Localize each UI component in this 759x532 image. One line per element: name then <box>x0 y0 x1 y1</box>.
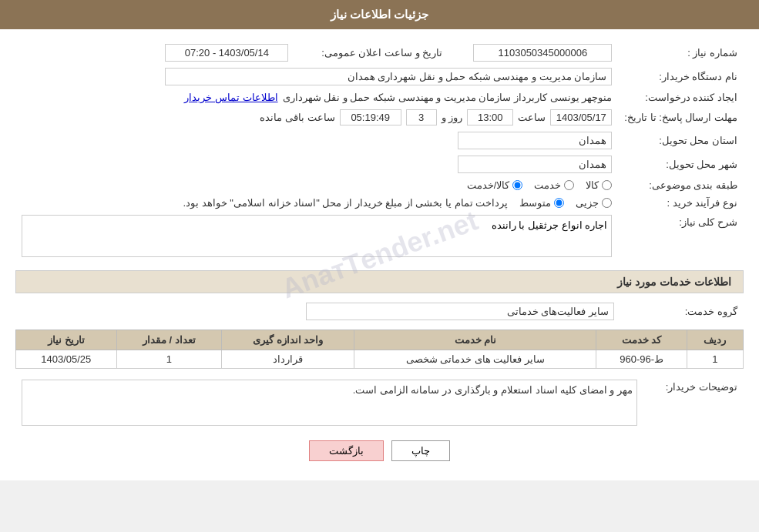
process-motavasset-option[interactable]: متوسط <box>519 197 564 209</box>
city-value: همدان <box>458 156 612 173</box>
notes-content: مهر و امضای کلیه اسناد استعلام و بارگذار… <box>22 380 637 426</box>
category-khadamat-option[interactable]: خدمت <box>534 179 574 191</box>
table-cell-qty: 1 <box>116 350 222 369</box>
table-cell-unit: قرارداد <box>222 350 354 369</box>
deadline-time-label: ساعت <box>518 112 546 123</box>
sharh-textarea[interactable]: اجاره انواع جرثقیل با راننده <box>22 215 612 257</box>
deadline-day-label: روز و <box>442 112 463 123</box>
services-section-header: اطلاعات خدمات مورد نیاز <box>15 270 744 293</box>
buyer-label: نام دستگاه خریدار: <box>618 65 744 89</box>
sharh-label: شرح کلی نیاز: <box>618 212 744 263</box>
creator-contact-link[interactable]: اطلاعات تماس خریدار <box>184 92 277 103</box>
deadline-days-value: 3 <box>406 109 437 125</box>
province-label: استان محل تحویل: <box>618 129 744 152</box>
deadline-time-value: 13:00 <box>467 109 513 125</box>
page-title: جزئیات اطلاعات نیاز <box>0 0 759 29</box>
need-number-label: شماره نیاز : <box>618 41 744 65</box>
table-row: 1ط-96-960سایر فعالیت های خدماتی شخصیقرار… <box>16 350 744 369</box>
category-kala-khadamat-option[interactable]: کالا/خدمت <box>467 179 523 191</box>
group-label: گروه خدمت: <box>620 299 744 323</box>
process-motavasset-label: متوسط <box>519 197 551 209</box>
deadline-date-value: 1403/05/17 <box>550 109 612 125</box>
table-cell-date: 1403/05/25 <box>16 350 117 369</box>
table-cell-code: ط-96-960 <box>596 350 687 369</box>
need-number-value: 1103050345000006 <box>473 44 612 62</box>
announcement-date-label: تاریخ و ساعت اعلان عمومی: <box>294 41 448 65</box>
col-header-name: نام خدمت <box>354 330 596 350</box>
creator-value: منوچهر یونسی کاربرداز سازمان مدیریت و مه… <box>283 92 613 103</box>
deadline-label: مهلت ارسال پاسخ: تا تاریخ: <box>618 106 744 129</box>
deadline-remaining-value: 05:19:49 <box>340 109 401 125</box>
process-label: نوع فرآیند خرید : <box>618 194 744 212</box>
process-desc: پرداخت تمام یا بخشی از مبلغ خریدار از مح… <box>183 197 509 209</box>
table-cell-row: 1 <box>687 350 743 369</box>
back-button[interactable]: بازگشت <box>309 440 384 461</box>
col-header-unit: واحد اندازه گیری <box>222 330 354 350</box>
category-label: طبقه بندی موضوعی: <box>618 176 744 194</box>
category-kala-label: کالا <box>586 179 599 191</box>
col-header-row: ردیف <box>687 330 743 350</box>
table-cell-name: سایر فعالیت های خدماتی شخصی <box>354 350 596 369</box>
process-jozei-option[interactable]: جزیی <box>576 197 612 209</box>
process-jozei-label: جزیی <box>576 197 599 209</box>
col-header-date: تاریخ نیاز <box>16 330 117 350</box>
category-kala-option[interactable]: کالا <box>586 179 612 191</box>
notes-label: توضیحات خریدار: <box>643 376 744 429</box>
category-kala-khadamat-label: کالا/خدمت <box>467 179 510 191</box>
category-khadamat-label: خدمت <box>534 179 561 191</box>
announcement-date-value: 1403/05/14 - 07:20 <box>165 44 288 62</box>
creator-label: ایجاد کننده درخواست: <box>618 89 744 106</box>
print-button[interactable]: چاپ <box>391 440 450 461</box>
buyer-value: سازمان مدیریت و مهندسی شبکه حمل و نقل شه… <box>165 68 612 85</box>
group-value: سایر فعالیت‌های خدماتی <box>306 303 614 320</box>
col-header-qty: تعداد / مقدار <box>116 330 222 350</box>
city-label: شهر محل تحویل: <box>618 152 744 176</box>
deadline-remaining-label: ساعت باقی مانده <box>260 112 334 123</box>
col-header-code: کد خدمت <box>596 330 687 350</box>
province-value: همدان <box>458 132 612 149</box>
